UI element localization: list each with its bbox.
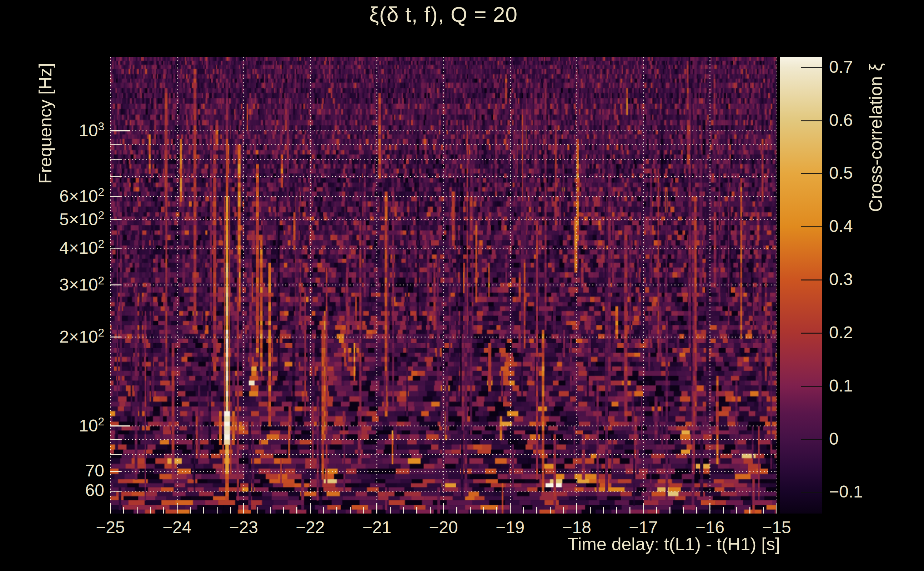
y-tick-label: 5×102	[14, 209, 104, 229]
x-tick-label: −19	[482, 517, 539, 537]
x-tick-label: −24	[148, 517, 206, 537]
colorbar-tick-label: −0.1	[829, 482, 908, 502]
y-tick-label: 70	[14, 461, 104, 480]
x-tick-label: −20	[415, 517, 472, 537]
y-tick-label: 102	[14, 415, 104, 435]
colorbar-title: Cross-correlation ξ	[865, 55, 886, 212]
x-tick-label: −15	[748, 517, 805, 537]
colorbar-tick-label: 0.2	[829, 323, 908, 342]
colorbar-tick-label: 0.7	[829, 57, 908, 77]
x-tick-label: −16	[681, 517, 739, 537]
colorbar-gradient-canvas	[780, 57, 822, 514]
cross-correlation-spectrogram-figure: ξ(δ t, f), Q = 20 Frequency [Hz] Time de…	[0, 0, 924, 571]
y-tick-label: 6×102	[14, 185, 104, 206]
heatmap-canvas	[110, 57, 777, 514]
x-tick-label: −23	[215, 517, 272, 537]
x-tick-label: −18	[548, 517, 605, 537]
colorbar-tick-label: 0.3	[829, 269, 908, 289]
x-tick-label: −17	[615, 517, 672, 537]
colorbar-tick-label: 0.4	[829, 216, 908, 236]
x-tick-label: −25	[82, 517, 139, 537]
colorbar-tick-label: 0.6	[829, 110, 908, 130]
colorbar-tick-label: 0	[829, 429, 908, 449]
colorbar-tick-label: 0.1	[829, 376, 908, 395]
plot-title: ξ(δ t, f), Q = 20	[110, 2, 777, 27]
y-axis-title: Frequency [Hz]	[35, 55, 56, 184]
y-tick-label: 4×102	[14, 237, 104, 258]
x-tick-label: −21	[348, 517, 405, 537]
y-tick-label: 103	[14, 120, 104, 140]
colorbar-tick-label: 0.5	[829, 163, 908, 183]
x-tick-label: −22	[282, 517, 339, 537]
y-tick-label: 2×102	[14, 326, 104, 347]
y-tick-label: 60	[14, 480, 104, 500]
y-tick-label: 3×102	[14, 274, 104, 295]
